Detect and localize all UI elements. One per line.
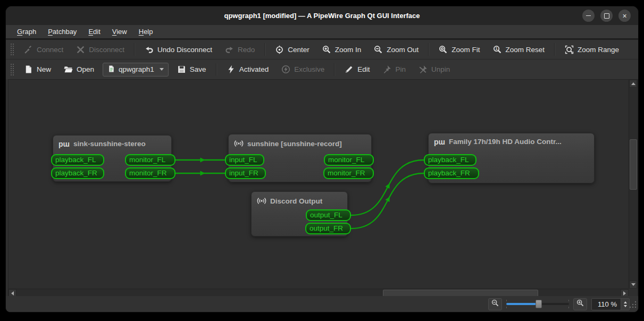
port-monitor_FR[interactable]: monitor_FR: [125, 167, 175, 179]
connect-label: Connect: [37, 46, 63, 54]
zoom-in-icon: [322, 45, 331, 54]
scroll-up-button[interactable]: [629, 80, 637, 88]
audio-app-icon: [257, 196, 266, 206]
graph-canvas[interactable]: pɯsink-sunshine-stereosunshine [sunshine…: [9, 80, 629, 289]
zoom-out-icon: [491, 299, 499, 309]
open-button[interactable]: Open: [58, 63, 99, 76]
menu-patchbay[interactable]: Patchbay: [43, 27, 81, 37]
node-title: sink-sunshine-stereo: [73, 140, 146, 148]
exclusive-button[interactable]: Exclusive: [276, 63, 330, 76]
port-playback_FR[interactable]: playback_FR: [424, 167, 479, 179]
zoom-spin-buttons[interactable]: [621, 299, 629, 310]
toolbar-drag-handle[interactable]: [10, 63, 14, 76]
port-input_FR[interactable]: input_FR: [225, 167, 266, 179]
activated-button[interactable]: Activated: [221, 63, 274, 76]
node-title: Discord Output: [270, 197, 322, 205]
connect-button[interactable]: Connect: [19, 43, 69, 56]
audio-app-icon: [234, 139, 244, 148]
undo-disconnect-label: Undo Disconnect: [157, 46, 212, 54]
port-label: output_FL: [310, 211, 342, 219]
window-title: qpwgraph1 [modified] — A PipeWire Graph …: [6, 6, 638, 25]
zoom-out-button[interactable]: Zoom Out: [369, 43, 424, 56]
port-output_FL[interactable]: output_FL: [306, 209, 351, 221]
desktop-background: qpwgraph1 [modified] — A PipeWire Graph …: [0, 0, 644, 321]
zoom-fit-icon: [439, 45, 448, 54]
wire-arrow-icon: [386, 182, 392, 189]
zoom-slider-handle[interactable]: [536, 300, 542, 308]
menu-graph[interactable]: Graph: [12, 27, 41, 37]
maximize-button[interactable]: [600, 10, 613, 22]
redo-button[interactable]: Redo: [220, 43, 260, 56]
center-label: Center: [288, 46, 310, 54]
qpwgraph-window: qpwgraph1 [modified] — A PipeWire Graph …: [5, 6, 639, 312]
minimize-button[interactable]: [582, 10, 595, 22]
port-playback_FL[interactable]: playback_FL: [424, 154, 476, 166]
zoom-spinbox[interactable]: 110 %: [591, 298, 630, 310]
zoom-reset-icon: 1: [493, 45, 502, 54]
zoom-fit-button[interactable]: Zoom Fit: [433, 43, 485, 56]
port-label: output_FR: [310, 224, 343, 232]
resize-grip[interactable]: [629, 301, 637, 310]
zoom-reset-label: Zoom Reset: [506, 46, 545, 54]
toolbar-graph: ConnectDisconnectUndo DisconnectRedoCent…: [6, 40, 638, 60]
zoom-out-label: Zoom Out: [387, 46, 419, 54]
port-playback_FR[interactable]: playback_FR: [51, 167, 104, 179]
window-controls: ×: [582, 10, 631, 22]
connections-layer: [9, 80, 629, 289]
disconnect-button[interactable]: Disconnect: [71, 43, 130, 56]
port-monitor_FL[interactable]: monitor_FL: [125, 154, 175, 166]
port-monitor_FL[interactable]: monitor_FL: [324, 154, 374, 166]
center-button[interactable]: Center: [270, 43, 315, 56]
menu-edit[interactable]: Edit: [83, 27, 105, 37]
zoom-range-icon: [565, 45, 574, 54]
toolbar-drag-handle[interactable]: [10, 43, 14, 56]
port-label: input_FR: [229, 169, 258, 177]
arrow-left-icon: [11, 291, 14, 295]
menu-view[interactable]: View: [107, 27, 132, 37]
statusbar-zoom-in-button[interactable]: [573, 298, 587, 310]
patchbay-file-combobox[interactable]: qpwgraph1: [103, 63, 169, 77]
titlebar[interactable]: qpwgraph1 [modified] — A PipeWire Graph …: [6, 6, 638, 25]
zoom-in-icon: [576, 299, 584, 309]
maximize-icon: [604, 13, 609, 19]
port-label: playback_FL: [55, 156, 96, 164]
undo-disconnect-button[interactable]: Undo Disconnect: [139, 43, 218, 56]
pin-button[interactable]: Pin: [377, 63, 411, 76]
toolbar-separator: [554, 43, 555, 56]
save-label: Save: [190, 65, 206, 73]
unpin-label: Unpin: [431, 65, 450, 73]
pin-label: Pin: [395, 65, 406, 73]
port-playback_FL[interactable]: playback_FL: [51, 154, 104, 166]
new-button[interactable]: New: [19, 63, 56, 76]
connect-icon: [24, 45, 33, 54]
zoom-reset-button[interactable]: 1Zoom Reset: [488, 43, 550, 56]
save-icon: [177, 65, 186, 74]
zoom-range-button[interactable]: Zoom Range: [559, 43, 624, 56]
toolbar-separator: [264, 43, 265, 56]
toolbar-separator: [216, 63, 217, 76]
port-input_FL[interactable]: input_FL: [225, 154, 264, 166]
port-monitor_FR[interactable]: monitor_FR: [323, 167, 374, 179]
close-button[interactable]: ×: [618, 10, 631, 22]
zoom-value: 110 %: [592, 300, 621, 308]
graph-canvas-frame: pɯsink-sunshine-stereosunshine [sunshine…: [8, 79, 638, 298]
pencil-icon: [345, 65, 354, 74]
port-label: monitor_FL: [129, 156, 165, 164]
node-header: pɯsink-sunshine-stereo: [53, 136, 171, 148]
menu-help[interactable]: Help: [134, 27, 158, 37]
statusbar: 110 %: [6, 296, 638, 312]
statusbar-zoom-out-button[interactable]: [488, 298, 502, 310]
vertical-scrollbar[interactable]: [629, 80, 638, 289]
port-label: playback_FR: [55, 169, 97, 177]
edit-button[interactable]: Edit: [339, 63, 375, 76]
save-button[interactable]: Save: [172, 63, 212, 76]
node-title: Family 17h/19h HD Audio Contr...: [449, 138, 562, 146]
toolbar-separator: [134, 43, 135, 56]
vertical-scroll-thumb[interactable]: [630, 139, 637, 190]
zoom-slider[interactable]: [506, 299, 569, 309]
unpin-button[interactable]: Unpin: [413, 63, 455, 76]
scroll-down-button[interactable]: [629, 281, 637, 289]
port-output_FR[interactable]: output_FR: [305, 223, 351, 234]
redo-icon: [225, 45, 234, 54]
zoom-in-button[interactable]: Zoom In: [317, 43, 367, 56]
